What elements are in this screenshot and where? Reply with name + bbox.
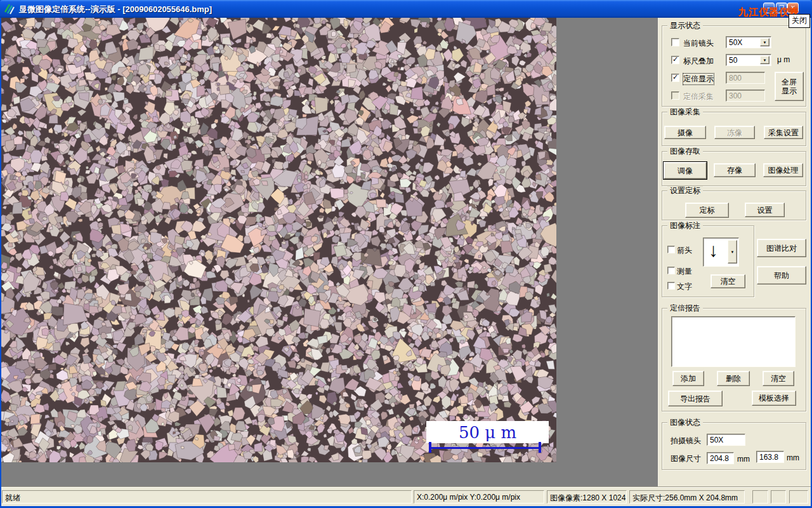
status-image-pixels: 图像像素:1280 X 1024 (547, 490, 627, 504)
ruler-dropdown-arrow-icon[interactable] (760, 56, 769, 64)
template-select-button[interactable]: 模板选择 (752, 391, 796, 406)
status-empty-2 (771, 490, 786, 504)
title-bar: 显微图像定倍系统--演示版 - [20090602055646.bmp] ─ ❐… (0, 0, 812, 18)
shoot-button[interactable]: 摄像 (664, 126, 706, 139)
app-icon (4, 3, 15, 15)
arrow-label: 箭头 (677, 245, 692, 256)
report-add-button[interactable]: 添加 (672, 371, 704, 386)
fixed-capture-field: 300 (726, 90, 765, 102)
group-report: 定倍报告 添加 删除 清空 导出报告 模板选择 (662, 308, 806, 411)
current-lens-checkbox[interactable] (671, 38, 679, 46)
group-report-title: 定倍报告 (667, 304, 703, 312)
scale-bar-right-tick (539, 442, 541, 453)
current-lens-dropdown-arrow-icon[interactable] (760, 38, 769, 46)
fullscreen-button-line2: 显示 (782, 86, 797, 95)
ruler-value-dropdown[interactable]: 50 (726, 54, 771, 66)
group-image-storage: 图像存取 调像 存像 图像处理 (662, 151, 806, 186)
status-actual-size: 实际尺寸:256.0mm X 204.8mm (629, 490, 745, 504)
application-window: 显微图像定倍系统--演示版 - [20090602055646.bmp] ─ ❐… (0, 0, 812, 508)
ruler-overlay-label: 标尺叠加 (683, 56, 714, 67)
report-listbox[interactable] (671, 316, 796, 367)
capture-settings-button[interactable]: 采集设置 (764, 126, 803, 139)
group-display-status-title: 显示状态 (667, 21, 703, 30)
group-annotation: 图像标注 箭头 测量 文字 ↓ 清空 (662, 225, 754, 297)
status-bar: 就绪 X:0.200μ m/pix Y:0.200μ m/pix 图像像素:12… (1, 486, 811, 506)
report-export-button[interactable]: 导出报告 (668, 391, 723, 406)
help-button[interactable]: 帮助 (757, 266, 806, 284)
report-delete-button[interactable]: 删除 (717, 371, 750, 386)
close-tooltip: 关闭 (789, 14, 810, 28)
shooting-lens-label: 拍摄镜头 (671, 436, 701, 446)
image-height-field[interactable]: 163.8 (756, 451, 784, 463)
image-viewer-area: 50 μ m (1, 18, 658, 486)
status-pixel-scale: X:0.200μ m/pix Y:0.200μ m/pix (414, 490, 544, 504)
ruler-overlay-checkbox[interactable] (671, 56, 679, 64)
scale-bar-left-tick (429, 442, 431, 453)
group-image-storage-title: 图像存取 (667, 147, 703, 156)
scale-bar-line (430, 447, 541, 449)
arrow-style-dropdown-arrow-icon[interactable] (728, 240, 737, 264)
fixed-capture-label: 定倍采集 (683, 91, 714, 102)
freeze-button: 冻像 (714, 126, 755, 139)
fullscreen-button-line1: 全屏 (782, 77, 797, 86)
image-size-label: 图像尺寸 (671, 453, 701, 464)
arrow-checkbox[interactable] (667, 246, 675, 253)
arrow-style-dropdown[interactable]: ↓ (703, 237, 739, 267)
group-display-status: 显示状态 当前镜头 50X 标尺叠加 50 μ m 定倍显示 800 定倍采集 … (662, 25, 806, 107)
group-calibration: 设置定标 定标 设置 (662, 190, 806, 220)
measure-checkbox[interactable] (667, 267, 675, 274)
image-height-unit: mm (787, 453, 799, 462)
annotation-clear-button[interactable]: 清空 (710, 274, 745, 288)
fullscreen-button[interactable]: 全屏 显示 (775, 72, 804, 101)
text-checkbox[interactable] (667, 282, 675, 290)
fixed-display-checkbox[interactable] (671, 74, 679, 82)
group-image-status-title: 图像状态 (667, 418, 703, 427)
group-calibration-title: 设置定标 (667, 186, 703, 195)
calibration-setup-button[interactable]: 设置 (745, 203, 785, 217)
fixed-display-field: 800 (726, 72, 765, 84)
image-width-unit: mm (737, 455, 750, 464)
arrow-style-icon: ↓ (709, 239, 718, 261)
load-image-button[interactable]: 调像 (664, 162, 707, 179)
atlas-compare-button[interactable]: 图谱比对 (757, 239, 806, 257)
group-image-capture: 图像采集 摄像 冻像 采集设置 (662, 112, 806, 146)
text-label: 文字 (677, 281, 692, 292)
fixed-display-label: 定倍显示 (683, 74, 714, 84)
fixed-capture-checkbox (671, 91, 679, 100)
current-lens-dropdown[interactable]: 50X (726, 36, 771, 48)
group-annotation-title: 图像标注 (667, 221, 703, 230)
current-lens-label: 当前镜头 (683, 38, 714, 49)
micrograph-canvas[interactable] (1, 18, 556, 462)
image-width-field[interactable]: 204.8 (707, 452, 734, 464)
image-process-button[interactable]: 图像处理 (763, 163, 803, 177)
save-image-button[interactable]: 存像 (714, 163, 756, 177)
status-empty-1 (752, 490, 768, 504)
calibrate-button[interactable]: 定标 (685, 203, 729, 218)
report-clear-button[interactable]: 清空 (763, 371, 794, 386)
status-ready: 就绪 (2, 490, 412, 504)
group-image-capture-title: 图像采集 (667, 107, 703, 116)
status-empty-3 (789, 490, 808, 504)
measure-label: 测量 (677, 266, 692, 277)
ruler-unit-label: μ m (777, 55, 790, 64)
scale-bar-label: 50 μ m (426, 421, 549, 443)
shooting-lens-field[interactable]: 50X (707, 434, 745, 446)
group-image-status: 图像状态 拍摄镜头 50X 图像尺寸 204.8 mm 163.8 mm (662, 422, 806, 470)
control-panel: 显示状态 当前镜头 50X 标尺叠加 50 μ m 定倍显示 800 定倍采集 … (658, 18, 811, 486)
window-title: 显微图像定倍系统--演示版 - [20090602055646.bmp] (19, 4, 212, 15)
scale-bar-text: 50 μ m (459, 423, 516, 442)
